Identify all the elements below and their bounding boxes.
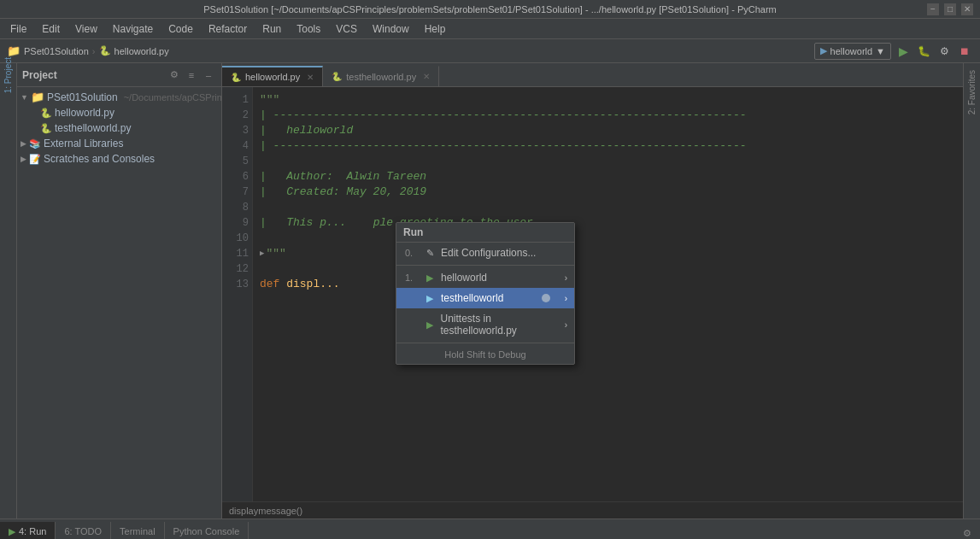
- code-line-9: | This p... ple greeting to the user.: [260, 215, 956, 231]
- menu-navigate[interactable]: Navigate: [106, 21, 160, 37]
- menu-edit[interactable]: Edit: [35, 21, 67, 37]
- tab-todo[interactable]: 6: TODO: [56, 522, 111, 539]
- tab-bar: 🐍 helloworld.py ✕ 🐍 testhelloworld.py ✕: [222, 63, 963, 87]
- run-config-dropdown[interactable]: ▶ helloworld ▼: [814, 43, 891, 60]
- file-icon: 🐍: [99, 45, 111, 56]
- ctx-separator-1: [396, 265, 574, 266]
- menu-view[interactable]: View: [68, 21, 104, 37]
- code-line-5: [260, 154, 956, 169]
- tab-helloworld-close[interactable]: ✕: [307, 73, 314, 82]
- project-panel: Project ⚙ ≡ – ▼ 📁 PSet01Solution ~/Docum…: [17, 63, 222, 518]
- tab-python-console[interactable]: Python Console: [165, 522, 249, 539]
- ctx-hint: Hold Shift to Debug: [396, 345, 574, 364]
- code-line-8: [260, 200, 956, 215]
- ctx-helloworld[interactable]: 1. ▶ helloworld ›: [396, 267, 574, 288]
- menu-help[interactable]: Help: [418, 21, 453, 37]
- menu-code[interactable]: Code: [161, 21, 200, 37]
- tab-testhelloworld-label: testhelloworld.py: [346, 72, 416, 82]
- tree-testhelloworld[interactable]: 🐍 testhelloworld.py: [17, 120, 221, 136]
- build-icon: ⚙: [940, 45, 949, 57]
- menu-vcs[interactable]: VCS: [329, 21, 364, 37]
- tab-helloworld[interactable]: 🐍 helloworld.py ✕: [222, 66, 323, 86]
- bottom-tab-actions: ⚙: [959, 525, 980, 539]
- terminal-tab-label: Terminal: [120, 526, 156, 536]
- scratches-icon: 📝: [29, 154, 41, 165]
- menu-run[interactable]: Run: [255, 21, 288, 37]
- ext-libs-icon: 📚: [29, 138, 41, 149]
- context-menu: Run 0. ✎ Edit Configurations... 1. ▶ hel…: [396, 222, 575, 365]
- run-controls: ▶ helloworld ▼ ▶ 🐛 ⚙ ⏹: [814, 43, 973, 60]
- python-console-tab-label: Python Console: [173, 526, 240, 536]
- ctx-testhelloworld[interactable]: ▶ testhelloworld ›: [396, 288, 574, 308]
- run-tab-icon: ▶: [9, 526, 15, 537]
- breadcrumb-project[interactable]: PSet01Solution: [24, 46, 89, 56]
- code-line-3: | helloworld: [260, 123, 956, 138]
- right-sidebar: 2: Favorites: [963, 63, 980, 518]
- tab-testhelloworld[interactable]: 🐍 testhelloworld.py ✕: [323, 66, 439, 86]
- ext-libs-arrow-icon: ▶: [21, 139, 26, 148]
- root-folder-icon: 📁: [31, 91, 44, 103]
- window-controls: − □ ✕: [927, 3, 973, 15]
- menu-file[interactable]: File: [3, 21, 33, 37]
- build-button[interactable]: ⚙: [936, 43, 953, 60]
- minimize-button[interactable]: −: [927, 3, 939, 15]
- ctx-edit-label: Edit Configurations...: [441, 247, 536, 259]
- code-line-10: [260, 231, 956, 246]
- line-numbers: 12345 678910 111213: [222, 87, 253, 501]
- ctx-edit-configurations[interactable]: 0. ✎ Edit Configurations...: [396, 243, 574, 263]
- ctx-unittests[interactable]: ▶ Unittests in testhelloworld.py ›: [396, 308, 574, 341]
- run-tab-label: 4: Run: [19, 526, 46, 536]
- debug-icon: 🐛: [918, 45, 930, 57]
- ctx-unittests-icon: ▶: [424, 319, 435, 331]
- code-line-6: | Author: Alwin Tareen: [260, 169, 956, 185]
- cursor-dot: [542, 294, 550, 302]
- ctx-unittests-label: Unittests in testhelloworld.py: [440, 313, 566, 337]
- panel-actions: ⚙ ≡ –: [167, 67, 216, 83]
- left-sidebar-tabs: 1: Project: [0, 63, 17, 518]
- maximize-button[interactable]: □: [944, 3, 956, 15]
- panel-collapse-button[interactable]: –: [201, 67, 216, 83]
- menu-tools[interactable]: Tools: [290, 21, 327, 37]
- run-config-label: helloworld: [830, 46, 873, 56]
- editor-area: 🐍 helloworld.py ✕ 🐍 testhelloworld.py ✕ …: [222, 63, 963, 518]
- stop-icon: ⏹: [959, 45, 970, 57]
- code-content[interactable]: """ | ----------------------------------…: [253, 87, 963, 501]
- run-debug-button[interactable]: 🐛: [915, 43, 932, 60]
- panel-settings-button[interactable]: ⚙: [167, 67, 182, 83]
- ctx-item-0-number: 0.: [405, 248, 419, 258]
- context-menu-header: Run: [396, 223, 574, 243]
- structure-tab[interactable]: 1: Project: [0, 67, 17, 84]
- code-line-12: [260, 261, 956, 277]
- tree-scratches[interactable]: ▶ 📝 Scratches and Consoles: [17, 151, 221, 167]
- tree-helloworld[interactable]: 🐍 helloworld.py: [17, 105, 221, 120]
- tab-terminal[interactable]: Terminal: [111, 522, 165, 539]
- stop-button[interactable]: ⏹: [956, 43, 973, 60]
- menu-window[interactable]: Window: [366, 21, 416, 37]
- bottom-settings-button[interactable]: ⚙: [959, 525, 975, 539]
- tab-run[interactable]: ▶ 4: Run: [0, 522, 56, 539]
- title-text: PSet01Solution [~/Documents/apCSPrincipl…: [203, 4, 776, 15]
- breadcrumb-bar: 📁 PSet01Solution › 🐍 helloworld.py ▶ hel…: [0, 39, 980, 63]
- tab-testhelloworld-close[interactable]: ✕: [423, 72, 430, 81]
- run-config-icon: ▶: [820, 45, 827, 56]
- tree-root[interactable]: ▼ 📁 PSet01Solution ~/Documents/apCSPrin.…: [17, 89, 221, 105]
- ctx-item-1-number: 1.: [405, 272, 419, 283]
- root-path: ~/Documents/apCSPrin...: [124, 92, 221, 103]
- run-play-button[interactable]: ▶: [895, 43, 912, 60]
- scratches-arrow-icon: ▶: [21, 155, 26, 163]
- project-tree: ▼ 📁 PSet01Solution ~/Documents/apCSPrin.…: [17, 87, 221, 518]
- ctx-helloworld-icon: ▶: [424, 272, 436, 284]
- breadcrumb-file[interactable]: helloworld.py: [114, 46, 169, 56]
- menu-refactor[interactable]: Refactor: [202, 21, 254, 37]
- ext-libs-label: External Libraries: [44, 138, 123, 149]
- close-button[interactable]: ✕: [961, 3, 973, 15]
- code-line-1: """: [260, 92, 956, 108]
- ctx-unittests-arrow-icon: ›: [565, 320, 567, 330]
- project-folder-icon: 📁: [7, 44, 21, 57]
- right-sidebar-tab[interactable]: 2: Favorites: [967, 70, 977, 116]
- panel-layout-button[interactable]: ≡: [184, 67, 199, 83]
- helloworld-icon: 🐍: [40, 108, 52, 119]
- code-editor[interactable]: 12345 678910 111213 """ | --------------…: [222, 87, 963, 501]
- helloworld-label: helloworld.py: [55, 107, 114, 119]
- tree-external-libs[interactable]: ▶ 📚 External Libraries: [17, 136, 221, 151]
